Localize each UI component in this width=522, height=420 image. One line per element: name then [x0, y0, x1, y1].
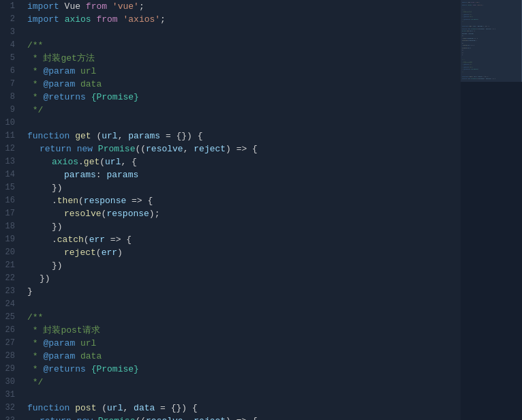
- token-comment: *: [27, 65, 43, 78]
- line-number: 31: [0, 389, 19, 402]
- code-line: import Vue from 'vue';: [27, 0, 461, 13]
- token-plain: }: [27, 285, 33, 298]
- token-comment: data: [75, 350, 102, 363]
- line-number: 4: [0, 39, 19, 52]
- token-param: url: [105, 155, 121, 168]
- code-line: reject(err): [27, 246, 461, 259]
- token-plain: [93, 415, 98, 420]
- token-plain: [70, 130, 75, 142]
- token-param: params: [128, 130, 160, 142]
- token-kw: new: [77, 142, 93, 155]
- token-plain: );: [149, 207, 160, 220]
- token-comment-tag: @param: [43, 337, 75, 350]
- token-param: params: [106, 168, 138, 181]
- token-comment: */: [27, 376, 43, 389]
- line-number-gutter: 1234567891011121314151617181920212223242…: [0, 0, 25, 420]
- line-number: 22: [0, 272, 19, 285]
- token-str: 'axios': [123, 13, 160, 26]
- token-comment-tag: @param: [43, 65, 75, 78]
- minimap[interactable]: import Vue from 'vue';import axios from …: [461, 0, 522, 420]
- code-line: */: [27, 104, 461, 117]
- token-cn: Promise: [98, 415, 136, 420]
- line-number: 33: [0, 415, 19, 420]
- line-number: 6: [0, 65, 19, 78]
- token-kw: import: [27, 0, 59, 13]
- token-kw: import: [27, 13, 59, 26]
- line-number: 24: [0, 298, 19, 311]
- code-line: /**: [27, 311, 461, 324]
- token-plain: }): [52, 181, 63, 194]
- token-cn: axios: [52, 155, 78, 168]
- line-number: 20: [0, 246, 19, 259]
- code-line: * @returns {Promise}: [27, 91, 461, 104]
- line-number: 12: [0, 142, 19, 155]
- line-number: 13: [0, 155, 19, 168]
- line-number: 25: [0, 311, 19, 324]
- line-number: 2: [0, 13, 19, 26]
- token-plain: }): [52, 259, 63, 272]
- token-param: err: [102, 246, 117, 259]
- token-comment-tag: @param: [43, 350, 75, 363]
- code-line: * @returns {Promise}: [27, 363, 461, 376]
- code-line: * @param data: [27, 78, 461, 91]
- token-plain: .: [78, 155, 84, 168]
- token-comment: *: [27, 52, 43, 65]
- code-line: }: [27, 285, 461, 298]
- token-comment: /**: [27, 311, 43, 324]
- line-number: 11: [0, 130, 19, 142]
- token-param: err: [89, 233, 105, 246]
- token-plain: ;: [160, 13, 166, 26]
- token-comment: [86, 363, 91, 376]
- token-comment: */: [27, 104, 43, 117]
- token-param: resolve: [146, 142, 183, 155]
- line-number: 30: [0, 376, 19, 389]
- code-content[interactable]: import Vue from 'vue';import axios from …: [25, 0, 461, 420]
- token-kw: new: [77, 415, 93, 420]
- code-line: import axios from 'axios';: [27, 13, 461, 26]
- line-number: 1: [0, 0, 19, 13]
- code-line: .then(response => {: [27, 194, 461, 207]
- token-kw2: from: [86, 0, 107, 13]
- line-number: 27: [0, 337, 19, 350]
- token-param: url: [102, 130, 117, 142]
- token-comment: *: [27, 337, 43, 350]
- token-plain: (: [91, 130, 102, 142]
- token-plain: ((: [135, 415, 146, 420]
- line-number: 28: [0, 350, 19, 363]
- code-line: * 封装post请求: [27, 324, 461, 337]
- code-line: }): [27, 272, 461, 285]
- token-comment: *: [27, 350, 43, 363]
- token-method: then: [57, 194, 78, 207]
- token-plain: .: [52, 233, 57, 246]
- token-plain: => {: [126, 194, 153, 207]
- token-plain: = {}) {: [155, 402, 197, 415]
- token-kw2: from: [96, 13, 117, 26]
- code-line: * @param url: [27, 337, 461, 350]
- code-line: .catch(err => {: [27, 233, 461, 246]
- token-plain: [72, 415, 77, 420]
- token-plain: = {}) {: [160, 130, 202, 142]
- line-number: 15: [0, 181, 19, 194]
- token-plain: (: [99, 155, 105, 168]
- code-line: }): [27, 220, 461, 233]
- code-line: [27, 298, 461, 311]
- token-comment: url: [75, 65, 96, 78]
- code-line: resolve(response);: [27, 207, 461, 220]
- token-fn: reject: [64, 246, 96, 259]
- code-line: function get (url, params = {}) {: [27, 130, 461, 142]
- token-fn: resolve: [64, 207, 102, 220]
- token-method: get: [84, 155, 99, 168]
- token-plain: ,: [123, 402, 134, 415]
- token-comment: /**: [27, 39, 43, 52]
- token-plain: ) => {: [226, 415, 258, 420]
- line-number: 10: [0, 117, 19, 130]
- token-comment: *: [27, 324, 43, 337]
- line-number: 32: [0, 402, 19, 415]
- token-comment-tag: @param: [43, 78, 75, 91]
- token-fn: get: [75, 130, 91, 142]
- code-line: return new Promise((resolve, reject) => …: [27, 142, 461, 155]
- token-kw: return: [40, 415, 72, 420]
- token-plain: Vue: [59, 0, 86, 13]
- code-editor: 1234567891011121314151617181920212223242…: [0, 0, 522, 420]
- token-plain: }): [40, 272, 50, 285]
